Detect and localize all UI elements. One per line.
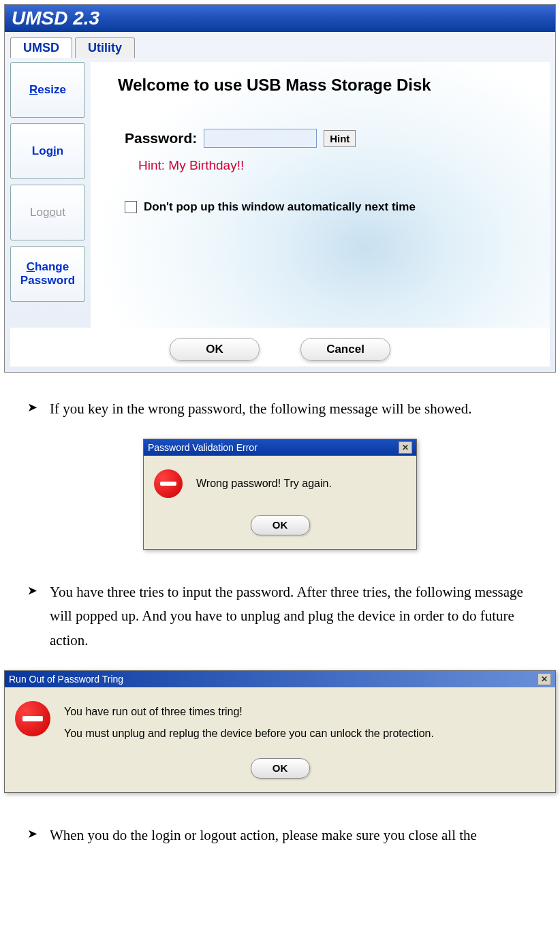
document-text: ➤ If you key in the wrong password, the … bbox=[0, 377, 560, 435]
dialog-titlebar: Run Out of Password Tring ✕ bbox=[5, 671, 555, 687]
bullet-icon: ➤ bbox=[27, 583, 37, 653]
welcome-heading: Welcome to use USB Mass Storage Disk bbox=[118, 76, 536, 95]
bullet-item-2: ➤ You have three tries to input the pass… bbox=[27, 580, 533, 653]
hint-button[interactable]: Hint bbox=[324, 130, 356, 147]
dialog-button-row: OK bbox=[5, 751, 555, 792]
dialog-body: Wrong password! Try again. bbox=[144, 456, 416, 512]
login-button[interactable]: Login bbox=[10, 123, 85, 179]
tab-bar: UMSD Utility bbox=[10, 37, 550, 58]
dialog-body: You have run out of three times tring! Y… bbox=[5, 687, 555, 751]
window-titlebar: UMSD 2.3 bbox=[5, 5, 555, 32]
dialog-title: Run Out of Password Tring bbox=[9, 674, 123, 685]
run-out-dialog: Run Out of Password Tring ✕ You have run… bbox=[4, 670, 556, 793]
document-text: ➤ When you do the login or logout action… bbox=[0, 803, 560, 862]
dialog-button-row: OK bbox=[144, 512, 416, 549]
bullet-text-2: You have three tries to input the passwo… bbox=[50, 580, 533, 653]
dialog-message-1: You have run out of three times tring! bbox=[64, 701, 434, 723]
bullet-text-3: When you do the login or logout action, … bbox=[50, 824, 477, 848]
bullet-text-1: If you key in the wrong password, the fo… bbox=[50, 397, 471, 422]
error-icon bbox=[15, 701, 50, 736]
checkbox-row: Don't pop up this window automatically n… bbox=[125, 200, 536, 214]
window-body: UMSD Utility Resize Login Logout ChangeP… bbox=[5, 32, 555, 372]
tab-utility[interactable]: Utility bbox=[75, 37, 135, 58]
content-area: Resize Login Logout ChangePassword Welco… bbox=[10, 62, 550, 328]
error-message: Wrong password! Try again. bbox=[196, 478, 332, 490]
umsd-main-window: UMSD 2.3 UMSD Utility Resize Login Logou… bbox=[4, 4, 556, 373]
hint-text: Hint: My Birthday!! bbox=[138, 158, 536, 173]
password-error-dialog: Password Validation Error ✕ Wrong passwo… bbox=[143, 439, 417, 550]
dialog-ok-button[interactable]: OK bbox=[251, 515, 310, 535]
password-input[interactable] bbox=[204, 129, 317, 148]
side-button-panel: Resize Login Logout ChangePassword bbox=[10, 62, 85, 328]
tab-umsd[interactable]: UMSD bbox=[10, 37, 72, 58]
window-title: UMSD 2.3 bbox=[12, 7, 99, 29]
logout-button: Logout bbox=[10, 185, 85, 240]
dialog-message-2: You must unplug and replug the device be… bbox=[64, 723, 434, 745]
resize-button[interactable]: Resize bbox=[10, 62, 85, 118]
dialog-title: Password Validation Error bbox=[148, 442, 258, 453]
bullet-icon: ➤ bbox=[27, 826, 37, 848]
password-row: Password: Hint bbox=[125, 129, 536, 148]
document-text: ➤ You have three tries to input the pass… bbox=[0, 560, 560, 667]
dialog-messages: You have run out of three times tring! Y… bbox=[64, 701, 434, 745]
bullet-item-3: ➤ When you do the login or logout action… bbox=[27, 824, 533, 848]
dialog-ok-button[interactable]: OK bbox=[251, 758, 310, 779]
bottom-button-bar: OK Cancel bbox=[10, 328, 550, 366]
password-label: Password: bbox=[125, 130, 197, 146]
close-icon[interactable]: ✕ bbox=[399, 441, 412, 454]
close-icon[interactable]: ✕ bbox=[538, 673, 551, 685]
dialog-titlebar: Password Validation Error ✕ bbox=[144, 439, 416, 456]
bullet-item-1: ➤ If you key in the wrong password, the … bbox=[27, 397, 533, 422]
error-icon bbox=[154, 469, 183, 498]
ok-button[interactable]: OK bbox=[170, 338, 260, 361]
main-panel: Welcome to use USB Mass Storage Disk Pas… bbox=[91, 62, 550, 328]
bullet-icon: ➤ bbox=[27, 400, 37, 422]
cancel-button[interactable]: Cancel bbox=[300, 338, 390, 361]
change-password-button[interactable]: ChangePassword bbox=[10, 246, 85, 302]
dont-popup-checkbox[interactable] bbox=[125, 201, 137, 213]
checkbox-label: Don't pop up this window automatically n… bbox=[144, 200, 416, 214]
